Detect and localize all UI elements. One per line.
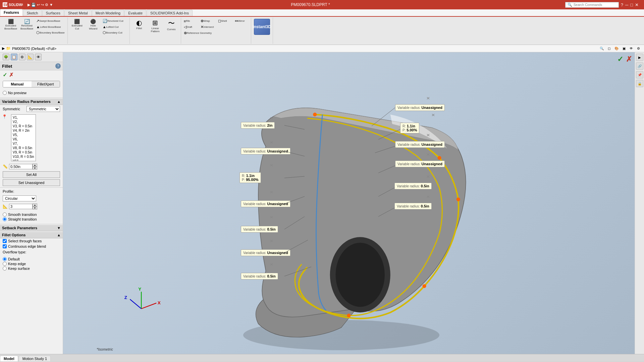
reference-geometry-tool[interactable]: ⊗Reference Geometry bbox=[182, 30, 213, 36]
right-icon-3[interactable]: 📌 bbox=[636, 71, 643, 78]
select-through-faces-checkbox[interactable] bbox=[3, 239, 7, 243]
view-appearance[interactable]: 🎨 bbox=[613, 46, 620, 51]
set-unassigned-button[interactable]: Set Unassigned bbox=[3, 179, 60, 186]
straight-transition-option[interactable]: Straight transition bbox=[3, 217, 60, 221]
tab-mesh-modeling[interactable]: Mesh Modeling bbox=[92, 10, 124, 16]
intersect-tool[interactable]: ✕Intersect bbox=[199, 24, 215, 30]
callout-vr-unassigned-3[interactable]: Variable radius: Unassigned bbox=[241, 249, 290, 256]
smooth-transition-option[interactable]: Smooth transition bbox=[3, 213, 60, 217]
wrap-tool[interactable]: ⊕Wrap bbox=[199, 18, 215, 24]
radius-down-button[interactable]: ▼ bbox=[33, 167, 37, 170]
tab-sheet-metal[interactable]: Sheet Metal bbox=[64, 10, 92, 16]
vertex-list[interactable]: V1, V2, V3, R = 0.5in V4, R = 2in V5, V6… bbox=[11, 114, 36, 161]
config-manager-icon[interactable]: ⚙ bbox=[19, 54, 25, 60]
callout-right-rp[interactable]: R: 1.1in P: 5.00% bbox=[400, 123, 419, 133]
instant3d-tool[interactable]: Instant3D bbox=[253, 18, 271, 36]
right-icon-1[interactable]: ▶ bbox=[636, 54, 643, 61]
viewport[interactable]: X Y Z Variable radius: 2in Variable radi… bbox=[63, 52, 635, 354]
help-btn[interactable]: ? bbox=[621, 2, 623, 7]
fillet-help-icon[interactable]: ? bbox=[55, 63, 61, 69]
vertex-v4[interactable]: V4, R = 2in bbox=[12, 128, 35, 133]
fillet-options-header[interactable]: Fillet Options ▲ bbox=[0, 232, 63, 238]
profile-value-input[interactable] bbox=[9, 204, 33, 209]
callout-vr-2in[interactable]: Variable radius: 2in bbox=[241, 122, 275, 129]
maximize-btn[interactable]: □ bbox=[630, 2, 633, 7]
vertex-v3[interactable]: V3, R = 0.5in bbox=[12, 124, 35, 128]
boundary-cut-tool[interactable]: ⬡ Boundary Cut bbox=[101, 30, 128, 36]
vertex-v6[interactable]: V6, bbox=[12, 137, 35, 141]
feature-tree-icon[interactable]: 🌳 bbox=[3, 54, 9, 60]
callout-right-vr-0-5in-2[interactable]: Variable radius: 0.5in bbox=[394, 203, 432, 209]
property-manager-icon[interactable]: 📋 bbox=[11, 54, 17, 60]
shell-tool[interactable]: ◻Shell bbox=[217, 18, 233, 24]
set-all-button[interactable]: Set All bbox=[3, 171, 60, 178]
view-display[interactable]: ◻ bbox=[606, 46, 612, 51]
tab-addins[interactable]: SOLIDWORKS Add-Ins bbox=[147, 10, 193, 16]
viewport-cancel-button[interactable]: ✗ bbox=[626, 55, 632, 64]
callout-rp-left[interactable]: R: 1.1in P: 95.00% bbox=[239, 172, 261, 183]
boundary-boss-tool[interactable]: ⬡ Boundary Boss/Base bbox=[35, 30, 66, 36]
symmetric-select[interactable]: Symmetric bbox=[26, 106, 60, 112]
swept-boss-tool[interactable]: ↗ Swept Boss/Base bbox=[35, 18, 66, 24]
overflow-keep-edge-radio[interactable] bbox=[3, 262, 7, 266]
linear-pattern-tool[interactable]: ⊞ LinearPattern bbox=[147, 18, 163, 34]
setback-params-header[interactable]: Setback Parameters ▼ bbox=[0, 225, 63, 231]
draft-tool[interactable]: ◁Draft bbox=[182, 24, 199, 30]
minimize-btn[interactable]: ─ bbox=[625, 2, 628, 7]
display-manager-icon[interactable]: 👁 bbox=[35, 54, 42, 60]
variable-radius-header[interactable]: Variable Radius Parameters ▲ bbox=[0, 99, 63, 105]
callout-vr-0-5in-1[interactable]: Variable radius: 0.5in bbox=[241, 226, 278, 233]
motion-study-tab[interactable]: Motion Study 1 bbox=[19, 356, 51, 361]
callout-right-vr-0-5in-1[interactable]: Variable radius: 0.5in bbox=[394, 183, 432, 189]
overflow-keep-edge-option[interactable]: Keep edge bbox=[3, 262, 60, 266]
vertex-v11[interactable]: V11, bbox=[12, 159, 35, 161]
callout-right-vr-unassigned-1[interactable]: Variable radius: Unassigned bbox=[395, 104, 445, 111]
callout-vr-0-5in-2[interactable]: Variable radius: 0.5in bbox=[241, 273, 278, 280]
view-orientation[interactable]: 🔍 bbox=[598, 46, 605, 51]
overflow-default-radio[interactable] bbox=[3, 257, 7, 261]
overflow-keep-surface-option[interactable]: Keep surface bbox=[3, 266, 60, 270]
callout-vr-unassigned-1[interactable]: Variable radius: Unassigned bbox=[241, 148, 290, 155]
right-icon-4[interactable]: 🔒 bbox=[636, 80, 643, 87]
view-settings[interactable]: ⚙ bbox=[636, 46, 641, 51]
manual-tab[interactable]: Manual bbox=[3, 81, 32, 87]
filletxpert-tab[interactable]: FilletXpert bbox=[32, 81, 60, 87]
vertex-v2[interactable]: V2, bbox=[12, 120, 35, 124]
callout-vr-unassigned-2[interactable]: Variable radius: Unassigned bbox=[241, 200, 290, 207]
continuous-edge-blend-checkbox[interactable] bbox=[3, 244, 7, 248]
vertex-v9[interactable]: V9, R = 0.5in bbox=[12, 150, 35, 155]
vertex-v1[interactable]: V1, bbox=[12, 115, 35, 120]
right-icon-2[interactable]: 🔗 bbox=[636, 62, 643, 70]
profile-type-select[interactable]: Circular bbox=[3, 195, 36, 201]
vertex-v5[interactable]: V5, bbox=[12, 133, 35, 137]
view-hide-show[interactable]: 👁 bbox=[628, 46, 634, 51]
search-box[interactable]: 🔍 Search Commands bbox=[565, 2, 619, 8]
cancel-button[interactable]: ✗ bbox=[9, 72, 13, 78]
callout-right-vr-unassigned-3[interactable]: Variable radius: Unassigned bbox=[395, 161, 445, 167]
extruded-boss-tool[interactable]: ⬛ ExtrudedBoss/Base bbox=[3, 18, 19, 31]
revolved-boss-tool[interactable]: 🔄 RevolvedBoss/Base bbox=[19, 18, 35, 31]
callout-right-vr-unassigned-2[interactable]: Variable radius: Unassigned bbox=[395, 141, 445, 148]
tab-evaluate[interactable]: Evaluate bbox=[124, 10, 146, 16]
revolved-cut-tool[interactable]: 🔄 Revolved Cut bbox=[101, 18, 128, 24]
extruded-cut-tool[interactable]: ⬛ ExtrudedCut bbox=[69, 18, 85, 31]
model-tab[interactable]: Model bbox=[0, 356, 18, 361]
rib-tool[interactable]: ≡Rib bbox=[182, 18, 199, 24]
viewport-ok-button[interactable]: ✓ bbox=[617, 55, 623, 64]
mirror-tool[interactable]: ⇔Mirror bbox=[233, 18, 250, 24]
close-btn[interactable]: ✕ bbox=[635, 2, 639, 7]
view-section[interactable]: ▣ bbox=[621, 46, 627, 51]
smooth-transition-radio[interactable] bbox=[3, 213, 7, 217]
profile-up-button[interactable]: ▲ bbox=[33, 203, 37, 206]
ok-button[interactable]: ✓ bbox=[3, 72, 7, 78]
vertex-v8[interactable]: V8, R = 0.5in bbox=[12, 146, 35, 150]
radius-up-button[interactable]: ▲ bbox=[33, 164, 37, 167]
tab-surfaces[interactable]: Surfaces bbox=[42, 10, 64, 16]
vertex-v10[interactable]: V10, R = 0.5in bbox=[12, 155, 35, 159]
no-preview-option[interactable]: No preview bbox=[3, 91, 60, 95]
radius-input[interactable] bbox=[9, 164, 33, 169]
lofted-boss-tool[interactable]: ▲ Lofted Boss/Base bbox=[35, 24, 66, 29]
straight-transition-radio[interactable] bbox=[3, 217, 7, 221]
tab-features[interactable]: Features bbox=[0, 9, 23, 16]
profile-down-button[interactable]: ▼ bbox=[33, 206, 37, 209]
